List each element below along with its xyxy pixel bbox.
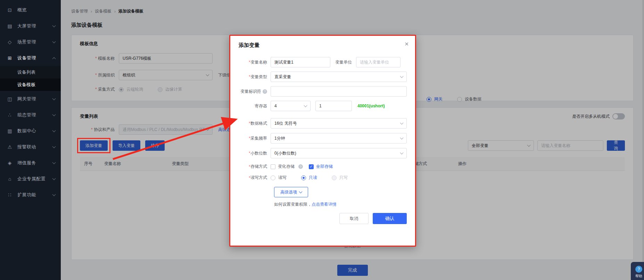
identifier-input[interactable] [274,89,403,94]
protocol-select[interactable]: 通用Modbus / PLC / DL/Modbus/Modbus RT [119,124,213,135]
sidebar-item-overview[interactable]: ⊡ 概览 [0,2,61,18]
variable-name-input[interactable] [274,60,327,65]
chevron-down-icon [400,121,404,125]
register-address-input[interactable] [319,104,348,108]
chevron-down-icon [206,127,209,131]
sidebar-item-data-center[interactable]: ▥ 数据中心 [0,123,61,139]
add-variable-modal: 添加变量 ✕ 变量名称 变量单位 变量类型 直采变量 [229,35,416,247]
info-icon[interactable]: ? [298,164,303,169]
variable-unit-input[interactable] [360,60,397,65]
sidebar-item-device-template[interactable]: 设备模板 [0,79,61,91]
chevron-up-icon [52,57,56,60]
variable-type-select[interactable]: 直采变量 [271,72,407,82]
help-label: 帮助 [635,274,642,279]
overview-icon: ⊡ [7,7,13,13]
variable-name-field [271,57,330,67]
sidebar: ⊡ 概览 ▤ 大屏管理 ◇ 场景管理 ⊞ 设备管理 设备列表 设备模板 ◫ 网关… [0,0,61,280]
checkbox-all-storage[interactable] [309,164,314,169]
add-variable-button[interactable]: 添加变量 [80,140,108,151]
col-storage-mode: 存储方式 [410,161,458,167]
radio-gateway[interactable] [427,97,431,102]
info-icon[interactable]: ? [263,89,267,94]
sidebar-item-scene-mgmt[interactable]: ◇ 场景管理 [0,34,61,50]
chevron-down-icon [52,161,56,164]
register-type-select[interactable]: 4 [271,101,311,111]
confirm-button[interactable]: 确认 [373,213,407,224]
value-added-service-icon: ◈ [7,160,13,166]
variable-type-label: 变量类型 [239,74,271,80]
chevron-down-icon [400,75,404,78]
collect-freq-select[interactable]: 1分钟 [271,133,407,143]
breadcrumb-current: 添加设备模板 [118,8,143,14]
protocol-label: 协议和产品 [80,127,119,133]
chevron-down-icon [52,24,56,27]
checkbox-change-storage[interactable] [271,164,275,169]
breadcrumb-item[interactable]: 设备模板 [95,8,112,14]
scene-mgmt-icon: ◇ [7,39,13,45]
sidebar-item-device-list[interactable]: 设备列表 [0,66,61,79]
multi-slave-label: 是否开启多从机模式 [572,114,610,120]
breadcrumb: 设备管理 › 设备模板 › 添加设备模板 [71,0,634,14]
data-center-icon: ▥ [7,128,13,134]
template-name-label: 模板名称 [80,56,119,61]
chevron-down-icon [299,190,303,193]
col-actions: 操作 [458,161,625,167]
sidebar-item-configuration-mgmt[interactable]: ∴ 组态管理 [0,107,61,123]
radio-device-data[interactable] [457,97,462,102]
variable-name-label: 变量名称 [239,59,271,65]
device-submenu: 设备列表 设备模板 [0,66,61,91]
close-icon[interactable]: ✕ [404,41,409,47]
radio-read-only[interactable] [301,175,306,180]
storage-mode-label: 存储方式 [239,164,271,170]
sort-button[interactable]: 排序 [145,140,165,151]
screen-mgmt-icon: ▤ [7,23,13,29]
breadcrumb-separator: › [114,9,116,14]
variable-scope-select[interactable]: 全部变量 [468,140,534,151]
sidebar-item-gateway-mgmt[interactable]: ◫ 网关管理 [0,91,61,107]
search-button[interactable]: 查询 [607,140,625,151]
radio-edge-computing[interactable] [158,87,163,92]
multi-slave-toggle[interactable] [612,113,625,120]
decimals-label: 小数位数 [239,150,271,156]
template-name-input[interactable] [123,56,209,61]
finish-button[interactable]: 完成 [337,265,368,276]
variable-unit-label: 变量单位 [335,59,352,65]
register-result-hint: 40001(ushort) [357,104,385,108]
rw-mode-label: 读写方式 [239,175,271,181]
view-details-link[interactable]: 点击查看详情 [312,202,337,207]
modal-title: 添加变量 [239,42,407,49]
radio-read-write[interactable] [271,175,275,180]
radio-write-only[interactable] [332,175,337,180]
chevron-down-icon [206,73,209,76]
extension-icon: ∷ [7,192,13,198]
variable-name-search-input[interactable] [541,143,600,148]
main-content: 设备管理 › 设备模板 › 添加设备模板 添加设备模板 模板信息 模板名称 所属… [61,0,644,280]
sidebar-item-device-mgmt[interactable]: ⊞ 设备管理 [0,50,61,66]
decimals-select[interactable]: 0(小数位数) [271,148,407,158]
chevron-down-icon [52,177,56,180]
radio-cloud-polling[interactable] [119,87,124,92]
advanced-options-button[interactable]: 高级选项 [274,187,308,197]
chevron-down-icon [527,143,531,147]
breadcrumb-item[interactable]: 设备管理 [71,8,88,14]
sidebar-item-screen-mgmt[interactable]: ▤ 大屏管理 [0,18,61,34]
sidebar-item-value-added-service[interactable]: ◈ 增值服务 [0,155,61,171]
data-format-select[interactable]: 16位 无符号 [271,118,407,129]
help-widget[interactable]: ? 帮助 [631,262,644,280]
scrollbar[interactable] [642,0,644,280]
import-variable-button[interactable]: 导入变量 [113,140,140,151]
page-title: 添加设备模板 [71,22,634,28]
chevron-down-icon [52,40,56,43]
template-name-field [119,53,213,64]
configuration-mgmt-icon: ∴ [7,112,13,118]
organization-select[interactable]: 根组织 [119,70,213,80]
chevron-down-icon [304,104,307,107]
enterprise-config-icon: ⌂ [7,176,13,182]
help-icon: ? [635,266,642,273]
sidebar-item-alarm-linkage[interactable]: ⚠ 报警联动 [0,139,61,155]
sidebar-item-extension[interactable]: ∷ 扩展功能 [0,187,61,203]
cancel-button[interactable]: 取消 [339,213,369,224]
chevron-down-icon [400,151,404,155]
data-format-label: 数据格式 [239,121,271,126]
sidebar-item-enterprise-config[interactable]: ⌂ 企业专属配置 [0,171,61,187]
